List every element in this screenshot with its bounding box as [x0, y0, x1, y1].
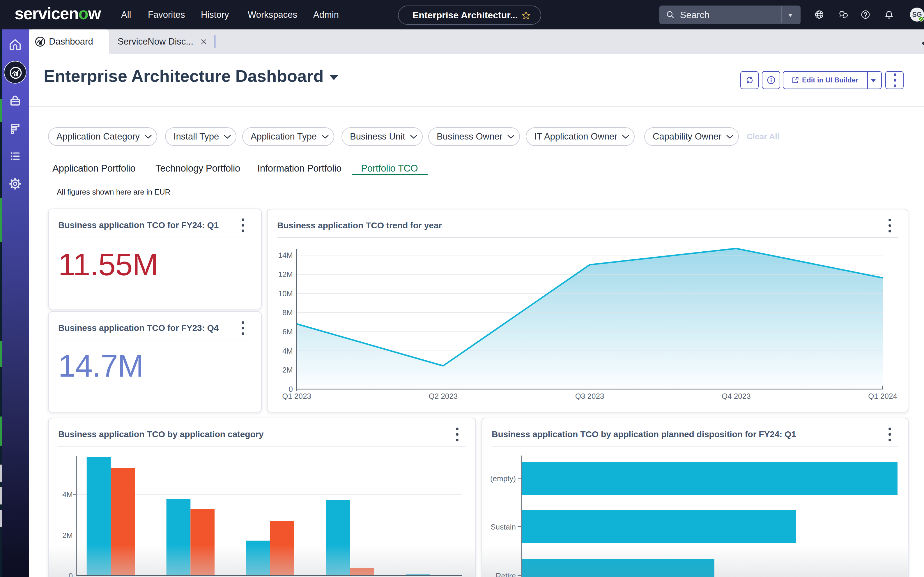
- svg-text:2M: 2M: [282, 366, 293, 374]
- svg-text:2M: 2M: [62, 531, 73, 540]
- svg-text:Q1 2023: Q1 2023: [282, 392, 311, 400]
- svg-text:(empty): (empty): [490, 474, 516, 483]
- svg-text:Q4 2023: Q4 2023: [722, 392, 751, 400]
- svg-text:14M: 14M: [278, 251, 293, 259]
- svg-text:12M: 12M: [278, 270, 293, 279]
- svg-text:6M: 6M: [282, 327, 293, 336]
- svg-text:Sustain: Sustain: [490, 522, 516, 531]
- svg-text:10M: 10M: [278, 289, 293, 298]
- svg-text:4M: 4M: [62, 490, 73, 499]
- svg-text:Q3 2023: Q3 2023: [575, 392, 604, 400]
- svg-text:Q2 2023: Q2 2023: [429, 392, 458, 400]
- svg-text:4M: 4M: [282, 347, 293, 355]
- svg-text:8M: 8M: [282, 308, 293, 317]
- svg-text:Q1 2024: Q1 2024: [868, 392, 897, 400]
